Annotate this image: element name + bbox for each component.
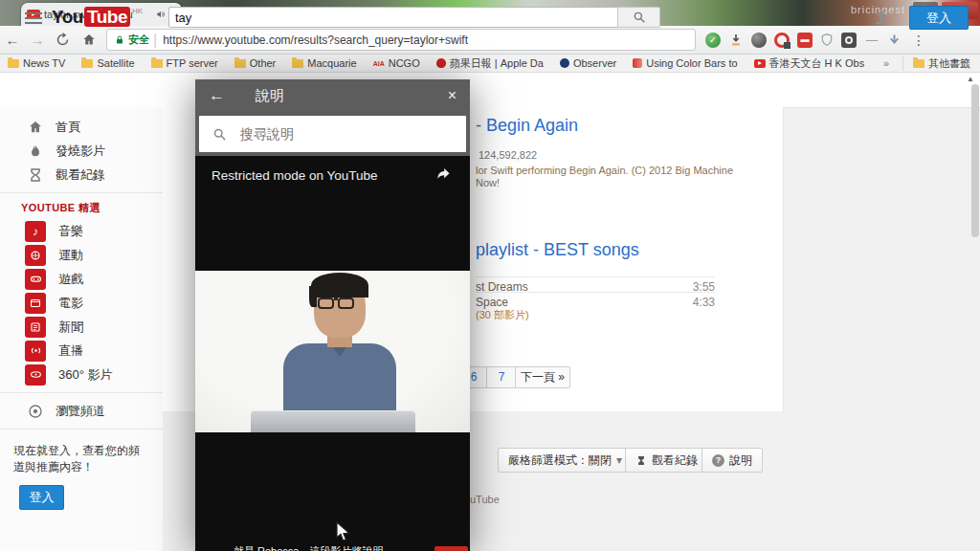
extension-arrow-icon[interactable]: [887, 33, 902, 47]
bookmark-item[interactable]: News TV: [8, 57, 65, 69]
video-player[interactable]: Restricted mode on YouTube 就是 Rebecca，這段…: [195, 156, 470, 551]
share-icon[interactable]: [434, 166, 453, 182]
search-input[interactable]: [168, 7, 624, 28]
screen: bricingest ▢ × taylor swift - YouTu × ← …: [0, 0, 980, 551]
scrollbar-thumb[interactable]: [971, 84, 979, 237]
sidebar-item-music[interactable]: ♪ 音樂: [0, 219, 163, 243]
back-icon[interactable]: ←: [0, 32, 25, 48]
divider: [0, 392, 163, 393]
browse-channels-icon: [28, 404, 43, 419]
playlist-track[interactable]: Space 4:33: [476, 292, 715, 309]
extension-check-icon[interactable]: ✓: [705, 33, 721, 48]
hourglass-icon: [635, 454, 647, 467]
modal-search-box[interactable]: [199, 116, 466, 152]
extension-icons: ✓ ▬ —: [705, 33, 902, 48]
extension-red-square-icon[interactable]: ▬: [797, 33, 813, 48]
sidebar-item-home[interactable]: 首頁: [0, 115, 163, 139]
sidebar-item-sports[interactable]: 運動: [0, 243, 163, 267]
divider: [0, 192, 163, 193]
playlist-more-link[interactable]: (30 部影片): [476, 308, 529, 322]
search-icon: [633, 11, 646, 24]
modal-title: 說明: [256, 87, 284, 105]
video-title[interactable]: Restricted mode on YouTube: [212, 168, 378, 183]
home-icon[interactable]: [81, 33, 97, 47]
divider: |: [153, 32, 157, 49]
extension-sphere-icon[interactable]: [751, 33, 767, 48]
sidebar-item-history[interactable]: 觀看紀錄: [0, 163, 163, 187]
live-icon: [25, 341, 46, 362]
result-video-description-2: Now!: [476, 177, 500, 188]
extension-dark-square-icon[interactable]: [841, 33, 857, 48]
bookmarks-overflow-icon[interactable]: »: [883, 57, 889, 69]
address-bar[interactable]: 安全 | https://www.youtube.com/results?sea…: [106, 29, 696, 51]
pagination-next-button[interactable]: 下一頁 »: [515, 366, 570, 388]
sidebar-item-gaming[interactable]: 遊戲: [0, 267, 163, 291]
result-playlist-title[interactable]: playlist - BEST songs: [476, 240, 639, 260]
result-video-title[interactable]: - Begin Again: [476, 116, 578, 136]
hourglass-icon: [28, 167, 43, 183]
sidebar-item-360[interactable]: 360° 影片: [0, 363, 163, 386]
sidebar-signin-button[interactable]: 登入: [19, 485, 64, 510]
bookmark-item[interactable]: Other: [234, 57, 277, 69]
signin-button[interactable]: 登入: [909, 6, 969, 30]
back-icon[interactable]: ←: [209, 86, 225, 105]
sports-icon: [25, 245, 46, 266]
flame-icon: [28, 143, 43, 159]
hamburger-menu-icon[interactable]: [25, 12, 42, 24]
other-bookmarks-button[interactable]: 其他書籤: [902, 56, 970, 71]
bookmark-item[interactable]: 蘋果日報 | Apple Da: [436, 56, 544, 71]
scrollbar-up-arrow[interactable]: ▲: [967, 75, 974, 83]
extension-download-icon[interactable]: [728, 33, 744, 48]
lock-icon: [114, 34, 125, 46]
home-icon: [28, 120, 43, 135]
bookmark-item[interactable]: Using Color Bars to: [633, 57, 737, 69]
bookmark-item[interactable]: 香港天文台 H K Obs: [754, 56, 865, 71]
gamepad-icon: [25, 269, 46, 290]
folder-icon: [913, 59, 924, 68]
video-frame: [195, 271, 470, 432]
help-button[interactable]: ? 說明: [702, 448, 763, 473]
signin-promo-text: 現在就登入，查看您的頻道與推薦內容！: [0, 435, 163, 481]
track-duration: 4:33: [693, 296, 715, 309]
sidebar-item-movies[interactable]: 電影: [0, 291, 163, 315]
sidebar-section-label: YOUTUBE 精選: [0, 199, 163, 219]
color-bars-icon: [633, 58, 642, 68]
extension-shield-icon[interactable]: [820, 33, 834, 47]
film-icon: [25, 293, 46, 314]
youtube-header: [0, 73, 980, 108]
tab-audio-icon[interactable]: [156, 10, 166, 19]
result-video-views: 124,592,822: [479, 149, 537, 161]
modal-search-input[interactable]: [238, 125, 443, 143]
bookmark-item[interactable]: Observer: [560, 57, 616, 69]
browser-toolbar: ← → 安全 | https://www.youtube.com/results…: [0, 26, 980, 55]
sidebar-item-browse-channels[interactable]: 瀏覽頻道: [0, 399, 163, 423]
divider: [0, 429, 163, 430]
help-icon: ?: [712, 454, 724, 467]
reload-icon[interactable]: [56, 33, 70, 47]
person-hair: [311, 273, 368, 298]
search-button[interactable]: [617, 7, 660, 28]
bookmark-item[interactable]: Satellite: [81, 57, 134, 69]
extension-ring-badge-icon[interactable]: [774, 33, 790, 48]
chrome-menu-icon[interactable]: ⋮: [909, 33, 928, 48]
upload-icon[interactable]: [872, 8, 891, 27]
laptop: [251, 410, 415, 432]
forward-icon[interactable]: →: [25, 32, 50, 48]
360-icon: [25, 364, 46, 386]
help-modal: ← 說明 × Restricted mode on YouTube 就是 Reb…: [195, 79, 470, 551]
bookmark-item[interactable]: Macquarie: [292, 57, 356, 69]
close-icon[interactable]: ×: [448, 87, 457, 104]
restricted-mode-dropdown[interactable]: 嚴格篩選模式：關閉 ▾: [498, 448, 633, 473]
watch-history-button[interactable]: 觀看紀錄: [625, 448, 708, 473]
sidebar-item-news[interactable]: 新聞: [0, 315, 163, 339]
youtube-logo[interactable]: YouTubeHK: [52, 7, 143, 28]
bookmark-item[interactable]: AIANCGO: [373, 57, 420, 69]
modal-search-section: [195, 112, 470, 156]
aia-badge-icon: AIA: [373, 60, 385, 67]
globe-icon: [560, 58, 569, 68]
sidebar-item-trending[interactable]: 發燒影片: [0, 139, 163, 163]
sidebar-item-live[interactable]: 直播: [0, 339, 163, 363]
extension-dash-icon[interactable]: —: [864, 33, 880, 48]
bookmark-item[interactable]: FTP server: [151, 57, 218, 69]
pagination-page-7[interactable]: 7: [486, 366, 517, 388]
